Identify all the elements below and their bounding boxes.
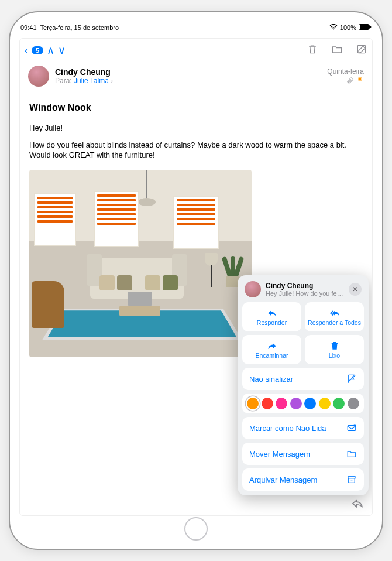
reply-all-action[interactable]: Responder a Todos [305, 302, 364, 331]
status-bar: 09:41 Terça-feira, 15 de setembro 100% [20, 24, 372, 31]
attachment-icon [346, 77, 353, 85]
forward-action[interactable]: Encaminhar [242, 335, 301, 364]
flag-icon [357, 77, 364, 85]
popover-sender: Cindy Cheung [266, 282, 344, 290]
reply-all-label: Responder a Todos [308, 319, 361, 326]
message-subject: Window Nook [29, 102, 363, 113]
unflag-label: Não sinalizar [249, 375, 293, 384]
message-header: Cindy Cheung Para: Julie Talma › Quinta-… [20, 62, 372, 93]
status-date: Terça-feira, 15 de setembro [40, 24, 119, 31]
flag-color-dot[interactable] [319, 398, 331, 409]
flag-colors-row [242, 394, 364, 413]
sender-avatar[interactable] [28, 66, 49, 87]
mark-unread-action[interactable]: Marcar como Não Lida [242, 417, 364, 439]
chevron-right-icon: › [111, 77, 113, 85]
archive-action[interactable]: Arquivar Mensagem [242, 468, 364, 491]
trash-action[interactable]: Lixo [305, 335, 364, 364]
wifi-icon [329, 24, 338, 31]
reply-label: Responder [257, 319, 287, 326]
to-recipient: Julie Talma [74, 77, 109, 85]
svg-rect-2 [360, 25, 369, 29]
move-action[interactable]: Mover Mensagem [242, 443, 364, 465]
actions-popover: Cindy Cheung Hey Julie! How do you feel … [238, 275, 369, 495]
flag-color-dot[interactable] [276, 398, 287, 409]
archive-label: Arquivar Mensagem [249, 476, 317, 484]
svg-point-6 [353, 424, 356, 427]
back-button[interactable]: ‹ [25, 45, 28, 57]
status-time: 09:41 [20, 24, 37, 31]
to-line[interactable]: Para: Julie Talma › [55, 77, 327, 85]
popover-preview: Hey Julie! How do you feel ab… [266, 290, 344, 297]
forward-label: Encaminhar [255, 352, 288, 359]
svg-rect-7 [348, 477, 355, 478]
sender-name[interactable]: Cindy Cheung [55, 67, 327, 77]
mark-unread-label: Marcar como Não Lida [249, 424, 326, 433]
attached-photo[interactable] [29, 170, 252, 357]
compose-icon[interactable] [356, 43, 367, 57]
flag-color-dot[interactable] [247, 398, 259, 409]
flag-color-dot[interactable] [348, 398, 359, 409]
mail-toolbar: ‹ 5 ∧ ∨ [20, 39, 372, 62]
battery-pct: 100% [340, 24, 356, 31]
ipad-device: 09:41 Terça-feira, 15 de setembro 100% ‹… [9, 11, 383, 550]
message-date: Quinta-feira [327, 67, 364, 76]
folder-icon[interactable] [331, 43, 343, 57]
trash-label: Lixo [329, 352, 340, 359]
reply-button[interactable] [351, 497, 364, 512]
message-text: How do you feel about blinds instead of … [29, 141, 363, 160]
to-label: Para: [55, 77, 72, 85]
message-greeting: Hey Julie! [29, 124, 363, 132]
next-message-button[interactable]: ∨ [58, 44, 66, 57]
flag-color-dot[interactable] [333, 398, 345, 409]
close-icon[interactable]: ✕ [349, 283, 362, 296]
popover-avatar [245, 281, 261, 297]
move-label: Mover Mensagem [249, 450, 310, 459]
flag-color-dot[interactable] [304, 398, 316, 409]
svg-rect-3 [370, 26, 372, 28]
flag-color-dot[interactable] [262, 398, 273, 409]
home-button[interactable] [184, 517, 208, 541]
flag-color-dot[interactable] [290, 398, 302, 409]
battery-icon [359, 24, 372, 31]
unflag-action[interactable]: Não sinalizar [242, 368, 364, 390]
unread-badge: 5 [32, 46, 43, 54]
trash-icon[interactable] [307, 43, 318, 57]
prev-message-button[interactable]: ∧ [47, 44, 54, 57]
mail-screen: ‹ 5 ∧ ∨ Cindy Cheung [19, 38, 373, 516]
svg-point-0 [333, 29, 334, 30]
reply-action[interactable]: Responder [242, 302, 301, 331]
